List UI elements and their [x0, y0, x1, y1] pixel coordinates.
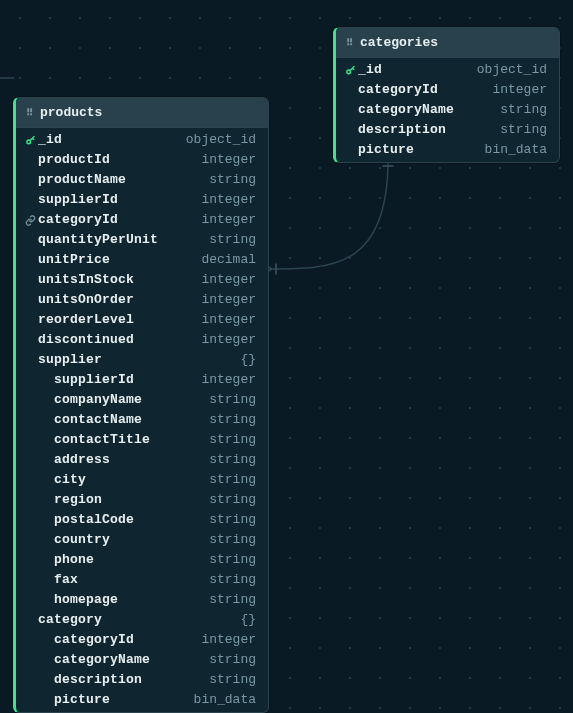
field-name: _id: [358, 61, 382, 79]
field-row[interactable]: companyNamestring: [16, 390, 268, 410]
field-row[interactable]: category{}: [16, 610, 268, 630]
table-products[interactable]: ⠿ products _idobject_idproductIdintegerp…: [13, 97, 269, 713]
field-row[interactable]: supplier{}: [16, 350, 268, 370]
primary-key-icon: [22, 135, 38, 146]
field-row[interactable]: productIdinteger: [16, 150, 268, 170]
field-name: country: [54, 531, 110, 549]
field-type: string: [209, 551, 256, 569]
field-row[interactable]: regionstring: [16, 490, 268, 510]
field-type: integer: [201, 191, 256, 209]
field-type: {}: [240, 351, 256, 369]
field-row[interactable]: _idobject_id: [336, 60, 559, 80]
field-name: contactName: [54, 411, 142, 429]
field-type: string: [209, 591, 256, 609]
field-name: unitPrice: [38, 251, 110, 269]
field-type: bin_data: [485, 141, 547, 159]
field-row[interactable]: citystring: [16, 470, 268, 490]
field-row[interactable]: phonestring: [16, 550, 268, 570]
field-type: string: [500, 121, 547, 139]
field-type: integer: [201, 311, 256, 329]
field-name: region: [54, 491, 102, 509]
field-row[interactable]: _idobject_id: [16, 130, 268, 150]
field-name: unitsOnOrder: [38, 291, 134, 309]
field-row[interactable]: categoryIdinteger: [336, 80, 559, 100]
field-name: picture: [54, 691, 110, 709]
field-name: productName: [38, 171, 126, 189]
field-row[interactable]: quantityPerUnitstring: [16, 230, 268, 250]
field-name: categoryName: [358, 101, 454, 119]
field-row[interactable]: categoryNamestring: [16, 650, 268, 670]
field-name: supplierId: [38, 191, 118, 209]
field-row[interactable]: productNamestring: [16, 170, 268, 190]
table-categories[interactable]: ⠿ categories _idobject_idcategoryIdinteg…: [333, 27, 560, 163]
field-name: companyName: [54, 391, 142, 409]
field-row[interactable]: descriptionstring: [336, 120, 559, 140]
field-row[interactable]: contactTitlestring: [16, 430, 268, 450]
field-name: supplier: [38, 351, 102, 369]
field-type: integer: [201, 271, 256, 289]
field-row[interactable]: descriptionstring: [16, 670, 268, 690]
field-name: address: [54, 451, 110, 469]
field-name: category: [38, 611, 102, 629]
field-row[interactable]: postalCodestring: [16, 510, 268, 530]
field-type: integer: [201, 151, 256, 169]
field-type: integer: [201, 291, 256, 309]
field-type: string: [209, 471, 256, 489]
table-header-products[interactable]: ⠿ products: [16, 98, 268, 128]
field-name: reorderLevel: [38, 311, 134, 329]
field-row[interactable]: homepagestring: [16, 590, 268, 610]
field-row[interactable]: categoryIdinteger: [16, 630, 268, 650]
field-type: string: [209, 231, 256, 249]
field-name: unitsInStock: [38, 271, 134, 289]
field-type: string: [209, 531, 256, 549]
field-type: string: [209, 671, 256, 689]
field-type: decimal: [201, 251, 256, 269]
field-type: string: [209, 491, 256, 509]
field-name: quantityPerUnit: [38, 231, 158, 249]
table-header-categories[interactable]: ⠿ categories: [336, 28, 559, 58]
field-row[interactable]: faxstring: [16, 570, 268, 590]
field-type: bin_data: [194, 691, 256, 709]
field-name: contactTitle: [54, 431, 150, 449]
field-name: description: [54, 671, 142, 689]
field-name: fax: [54, 571, 78, 589]
field-name: supplierId: [54, 371, 134, 389]
field-row[interactable]: picturebin_data: [336, 140, 559, 160]
drag-handle-icon: ⠿: [26, 107, 32, 119]
field-name: categoryName: [54, 651, 150, 669]
field-type: integer: [201, 331, 256, 349]
field-type: string: [500, 101, 547, 119]
field-type: integer: [492, 81, 547, 99]
field-row[interactable]: supplierIdinteger: [16, 190, 268, 210]
field-row[interactable]: reorderLevelinteger: [16, 310, 268, 330]
field-name: categoryId: [358, 81, 438, 99]
field-row[interactable]: contactNamestring: [16, 410, 268, 430]
field-row[interactable]: unitPricedecimal: [16, 250, 268, 270]
field-row[interactable]: categoryIdinteger: [16, 210, 268, 230]
field-name: _id: [38, 131, 62, 149]
field-name: categoryId: [38, 211, 118, 229]
table-body-categories: _idobject_idcategoryIdintegercategoryNam…: [336, 58, 559, 162]
field-row[interactable]: unitsInStockinteger: [16, 270, 268, 290]
field-name: city: [54, 471, 86, 489]
field-name: description: [358, 121, 446, 139]
field-type: string: [209, 171, 256, 189]
table-title: categories: [360, 35, 438, 50]
field-name: productId: [38, 151, 110, 169]
field-type: string: [209, 511, 256, 529]
field-row[interactable]: categoryNamestring: [336, 100, 559, 120]
table-body-products: _idobject_idproductIdintegerproductNames…: [16, 128, 268, 712]
field-row[interactable]: countrystring: [16, 530, 268, 550]
foreign-key-icon: [22, 215, 38, 226]
field-row[interactable]: supplierIdinteger: [16, 370, 268, 390]
field-type: string: [209, 391, 256, 409]
field-name: discontinued: [38, 331, 134, 349]
field-row[interactable]: unitsOnOrderinteger: [16, 290, 268, 310]
field-name: postalCode: [54, 511, 134, 529]
field-row[interactable]: picturebin_data: [16, 690, 268, 710]
field-row[interactable]: addressstring: [16, 450, 268, 470]
field-type: {}: [240, 611, 256, 629]
field-row[interactable]: discontinuedinteger: [16, 330, 268, 350]
field-name: homepage: [54, 591, 118, 609]
primary-key-icon: [342, 65, 358, 76]
